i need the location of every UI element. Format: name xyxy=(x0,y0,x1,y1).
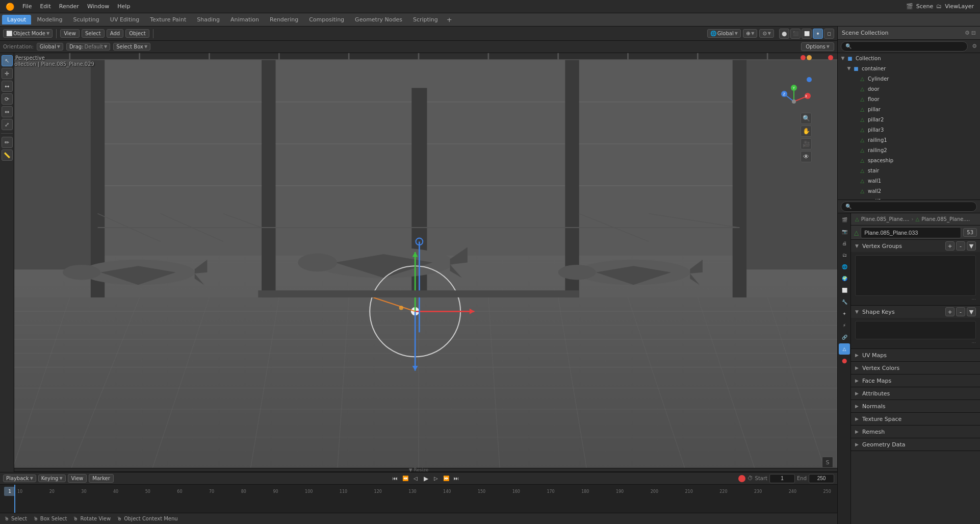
tab-output-icon[interactable]: 🖨 xyxy=(839,238,850,249)
tree-item-railing1[interactable]: ▶ △ railing1 👁 📷 xyxy=(838,135,980,145)
zoom-nav[interactable]: 🔍 xyxy=(801,113,812,124)
shape-keys-header[interactable]: ▼ Shape Keys + - ▼ xyxy=(851,306,980,318)
pillar2-cam[interactable]: 📷 xyxy=(971,116,978,123)
orientation-dropdown[interactable]: Global ▼ xyxy=(37,43,63,51)
shading-wireframe[interactable]: ◻ xyxy=(824,29,834,39)
pillar-cam[interactable]: 📷 xyxy=(971,106,978,113)
vg-add-btn[interactable]: + xyxy=(945,241,955,251)
tab-constraints-icon[interactable]: 🔗 xyxy=(839,332,850,343)
tab-world-icon[interactable]: 🌍 xyxy=(839,273,850,284)
railing2-eye[interactable]: 👁 xyxy=(963,146,970,154)
next-keyframe-btn[interactable]: ⏩ xyxy=(442,474,451,483)
outliner-search-input[interactable] xyxy=(841,41,968,52)
wall3-eye[interactable]: 👁 xyxy=(963,197,970,199)
tab-shading[interactable]: Shading xyxy=(192,15,225,24)
tab-uv-editing[interactable]: UV Editing xyxy=(105,15,144,24)
container-eye[interactable]: 👁 xyxy=(963,65,970,72)
tab-object-icon[interactable]: ⬜ xyxy=(839,285,850,296)
visibility-eye[interactable]: 👁 xyxy=(963,55,970,62)
tool-scale[interactable]: ⇔ xyxy=(2,106,13,117)
add-menu[interactable]: Add xyxy=(107,29,123,38)
geometry-data-header[interactable]: ▶ Geometry Data xyxy=(851,438,980,451)
menu-file[interactable]: File xyxy=(19,2,35,11)
tree-item-container[interactable]: ▼ ■ container 👁 📷 xyxy=(838,63,980,73)
blue-circle[interactable] xyxy=(807,77,812,82)
orientation-selector[interactable]: 🌐 Global ▼ xyxy=(707,29,741,38)
view-nav[interactable]: 👁 xyxy=(801,151,812,162)
pillar3-cam[interactable]: 📷 xyxy=(971,126,978,133)
sk-remove-btn[interactable]: - xyxy=(956,307,965,316)
tree-item-pillar2[interactable]: ▶ △ pillar2 👁 📷 xyxy=(838,114,980,124)
tool-rotate[interactable]: ⟳ xyxy=(2,93,13,105)
door-cam[interactable]: 📷 xyxy=(971,85,978,92)
tree-item-spaceship[interactable]: ▶ △ spaceship 👁 📷 xyxy=(838,155,980,165)
render-camera[interactable]: 📷 xyxy=(971,55,978,62)
outliner-settings-icon[interactable]: ⚙ xyxy=(972,43,977,49)
pillar3-eye[interactable]: 👁 xyxy=(963,126,970,133)
view-timeline[interactable]: View xyxy=(68,474,87,483)
tool-annotate[interactable]: ✏ xyxy=(2,137,13,148)
pivot-dropdown[interactable]: Drag: Default ▼ xyxy=(66,43,110,51)
jump-next-btn[interactable]: ▷ xyxy=(431,474,441,483)
tool-cursor[interactable]: ✛ xyxy=(2,68,13,79)
tab-sceneprops-icon[interactable]: 🌐 xyxy=(839,261,850,272)
sk-more-btn[interactable]: ▼ xyxy=(967,307,976,316)
tab-sculpting[interactable]: Sculpting xyxy=(68,15,104,24)
pillar2-eye[interactable]: 👁 xyxy=(963,116,970,123)
options-button[interactable]: Options ▼ xyxy=(801,42,834,51)
menu-window[interactable]: Window xyxy=(84,2,113,11)
menu-help[interactable]: Help xyxy=(114,2,134,11)
props-search-input[interactable] xyxy=(841,202,977,212)
tree-item-floor[interactable]: ▶ △ floor 👁 📷 xyxy=(838,94,980,104)
wall1-eye[interactable]: 👁 xyxy=(963,177,970,184)
keying-menu[interactable]: Keying ▼ xyxy=(38,475,66,482)
shading-material[interactable]: ⚫ xyxy=(813,29,823,39)
spaceship-eye[interactable]: 👁 xyxy=(963,157,970,164)
tab-layout[interactable]: Layout xyxy=(2,15,31,24)
tree-item-pillar3[interactable]: ▶ △ pillar3 👁 📷 xyxy=(838,124,980,135)
playback-menu[interactable]: Playback ▼ xyxy=(3,475,36,482)
railing1-eye[interactable]: 👁 xyxy=(963,136,970,143)
menu-render[interactable]: Render xyxy=(56,2,83,11)
tree-item-pillar[interactable]: ▶ △ pillar 👁 📷 xyxy=(838,104,980,114)
texture-space-header[interactable]: ▶ Texture Space xyxy=(851,413,980,425)
tab-animation[interactable]: Animation xyxy=(225,15,264,24)
stair-cam[interactable]: 📷 xyxy=(971,167,978,174)
tool-move[interactable]: ↔ xyxy=(2,81,13,92)
blender-logo[interactable]: 🟠 xyxy=(2,2,18,12)
marker-menu[interactable]: Marker xyxy=(89,474,114,483)
outliner-filter-icon[interactable]: ⚙ xyxy=(965,30,970,36)
camera-nav[interactable]: 🎥 xyxy=(801,138,812,149)
play-btn[interactable]: ▶ xyxy=(421,474,430,483)
tab-compositing[interactable]: Compositing xyxy=(304,15,349,24)
red-circle-2[interactable] xyxy=(828,55,833,60)
wall2-cam[interactable]: 📷 xyxy=(971,187,978,194)
menu-edit[interactable]: Edit xyxy=(36,2,54,11)
object-name-input[interactable] xyxy=(861,227,961,238)
tree-item-door[interactable]: ▶ △ door 👁 📷 xyxy=(838,84,980,94)
tree-item-wall3[interactable]: ▶ △ wall3 👁 📷 xyxy=(838,196,980,199)
wall1-cam[interactable]: 📷 xyxy=(971,177,978,184)
floor-eye[interactable]: 👁 xyxy=(963,95,970,103)
tab-modifiers-icon[interactable]: 🔧 xyxy=(839,296,850,308)
proportional-control[interactable]: ⊙ ▼ xyxy=(759,29,774,38)
tool-measure[interactable]: 📏 xyxy=(2,149,13,161)
tab-geometry-nodes[interactable]: Geometry Nodes xyxy=(350,15,407,24)
hand-nav[interactable]: ✋ xyxy=(801,126,812,137)
orange-circle[interactable] xyxy=(807,55,812,60)
tab-particles-icon[interactable]: ✦ xyxy=(839,308,850,319)
tab-modeling[interactable]: Modeling xyxy=(32,15,67,24)
remesh-header[interactable]: ▶ Remesh xyxy=(851,426,980,438)
mode-selector[interactable]: ⬜ Object Mode ▼ xyxy=(3,29,53,38)
floor-cam[interactable]: 📷 xyxy=(971,95,978,103)
wall2-eye[interactable]: 👁 xyxy=(963,187,970,194)
tree-item-railing2[interactable]: ▶ △ railing2 👁 📷 xyxy=(838,145,980,155)
pillar-eye[interactable]: 👁 xyxy=(963,106,970,113)
resize-handle[interactable]: ▼ Resize xyxy=(0,468,837,472)
cyl-eye[interactable]: 👁 xyxy=(963,75,970,82)
shading-rendered[interactable]: ⬜ xyxy=(802,29,812,39)
tab-physics-icon[interactable]: ⚡ xyxy=(839,320,850,331)
tool-transform[interactable]: ⤢ xyxy=(2,119,13,130)
cyl-cam[interactable]: 📷 xyxy=(971,75,978,82)
prev-keyframe-btn[interactable]: ⏪ xyxy=(401,474,410,483)
